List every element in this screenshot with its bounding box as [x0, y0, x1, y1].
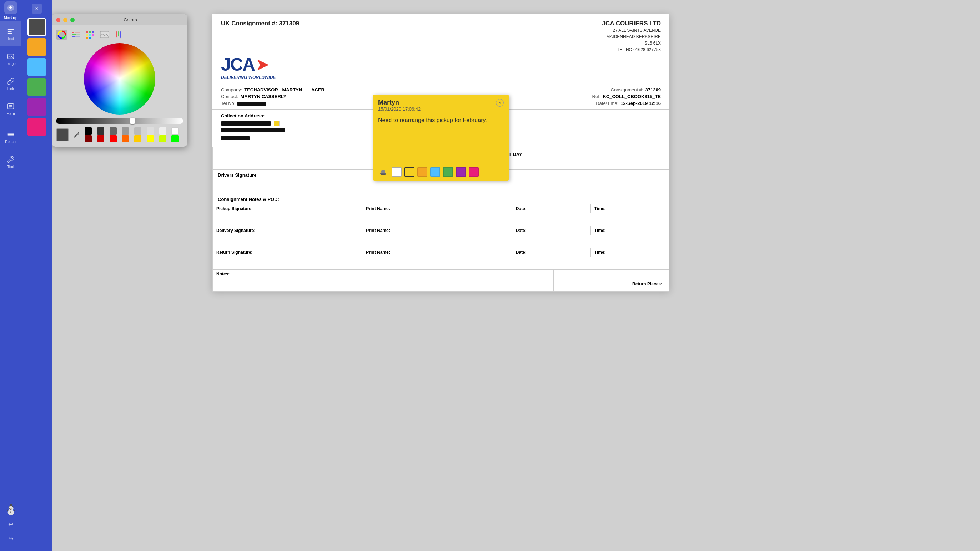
- consignment-label: Consignment #:: [611, 87, 643, 92]
- sticky-content[interactable]: Need to rearrange this pickup for Februa…: [378, 116, 504, 159]
- hex-cell[interactable]: [110, 135, 117, 142]
- tab-palettes[interactable]: [84, 30, 96, 40]
- swatch-pink[interactable]: [27, 118, 46, 136]
- swatch-light-blue[interactable]: [27, 58, 46, 76]
- company-name: JCA COURIERS LTD: [602, 20, 661, 27]
- return-sig-label: Return Signature:: [213, 248, 363, 257]
- maximize-dot[interactable]: [70, 18, 75, 22]
- swatch-purple[interactable]: [27, 98, 46, 116]
- brightness-thumb[interactable]: [130, 118, 135, 124]
- sticky-color-green[interactable]: [443, 167, 453, 177]
- tool-text-label: Text: [8, 37, 14, 41]
- snowman-icon: ⛄: [5, 503, 17, 515]
- tab-image[interactable]: [99, 30, 110, 40]
- delivery-sig-content: [213, 235, 365, 248]
- hex-cell[interactable]: [147, 135, 154, 142]
- hex-cell[interactable]: [97, 127, 104, 135]
- sticky-color-orange[interactable]: [417, 167, 427, 177]
- sticky-author: Martyn: [378, 99, 420, 106]
- return-date-content: [517, 257, 593, 270]
- consignment-val: 371309: [646, 87, 661, 92]
- hex-cell[interactable]: [122, 127, 129, 135]
- sticky-note-header: Martyn 15/01/2020 17:06:42 ×: [373, 95, 509, 113]
- delivery-print-content: [365, 235, 517, 248]
- hex-cell[interactable]: [84, 127, 92, 135]
- hex-cell[interactable]: [134, 135, 142, 142]
- tool-image[interactable]: Image: [0, 46, 21, 71]
- svg-rect-18: [86, 34, 88, 36]
- datetime-val: 12-Sep-2019 12:16: [620, 101, 661, 106]
- redo-button[interactable]: ↪: [5, 533, 16, 544]
- tab-sliders[interactable]: [70, 30, 82, 40]
- main-content-area: Colors: [52, 0, 980, 551]
- tool-form[interactable]: Form: [0, 96, 21, 121]
- colors-panel-body: [52, 25, 188, 147]
- svg-rect-27: [116, 37, 117, 38]
- hex-cell[interactable]: [171, 127, 178, 135]
- tool-link[interactable]: Link: [0, 71, 21, 96]
- tel-redacted: [237, 102, 266, 106]
- sticky-close-button[interactable]: ×: [496, 99, 504, 107]
- close-dot[interactable]: [56, 18, 60, 22]
- tool-tool[interactable]: Tool: [0, 149, 21, 175]
- stamp-button[interactable]: [377, 166, 389, 178]
- sticky-color-blue[interactable]: [430, 167, 440, 177]
- pickup-sig-content: [213, 213, 365, 226]
- hex-cell[interactable]: [84, 135, 92, 142]
- sticky-color-pink[interactable]: [469, 167, 479, 177]
- colors-panel: Colors: [52, 14, 188, 147]
- tab-color-wheel[interactable]: [56, 30, 67, 40]
- svg-rect-32: [381, 170, 385, 173]
- color-wheel[interactable]: [84, 43, 155, 114]
- close-panel-button[interactable]: ×: [32, 3, 42, 14]
- hex-cell[interactable]: [147, 127, 154, 135]
- tool-text[interactable]: Text: [0, 21, 21, 46]
- svg-rect-21: [86, 37, 88, 39]
- swatch-dark-gray[interactable]: [27, 18, 46, 37]
- tool-image-label: Image: [6, 62, 16, 66]
- return-sig-content-row: [213, 257, 669, 270]
- color-wheel-container[interactable]: [56, 43, 183, 114]
- undo-button[interactable]: ↩: [5, 519, 16, 530]
- crosshair-indicator: [117, 76, 123, 82]
- hex-cell[interactable]: [134, 127, 142, 135]
- colors-panel-titlebar: Colors: [52, 14, 188, 25]
- tab-pencils[interactable]: [113, 30, 125, 40]
- ref-val: KC_COLL_CBOOK315_TE: [603, 94, 661, 99]
- company-val1: TECHADVISOR - MARTYN: [244, 87, 302, 92]
- contact-val: MARTYN CASSERLY: [240, 94, 286, 99]
- colors-panel-title: Colors: [78, 17, 183, 22]
- minimize-dot[interactable]: [63, 18, 67, 22]
- hex-cell[interactable]: [122, 135, 129, 142]
- notes-grid: Pickup Signature: Print Name: Date: Time…: [212, 205, 670, 292]
- hex-cell[interactable]: [159, 127, 166, 135]
- delivery-sig-label: Delivery Signature:: [213, 226, 363, 235]
- svg-rect-33: [380, 174, 386, 175]
- brightness-slider[interactable]: [56, 118, 183, 124]
- hex-cell[interactable]: [159, 135, 166, 142]
- sticky-color-yellow[interactable]: [404, 167, 415, 177]
- swatch-green[interactable]: [27, 78, 46, 96]
- company-tel: TEL NO:01628 627758: [602, 46, 661, 53]
- sticky-color-purple[interactable]: [456, 167, 466, 177]
- contact-label: Contact:: [221, 94, 238, 99]
- hex-cell[interactable]: [171, 135, 178, 142]
- notes-header-text: Consignment Notes & POD:: [218, 197, 279, 202]
- company-address1: 27 ALL SAINTS AVENUE: [602, 27, 661, 33]
- svg-rect-10: [73, 34, 76, 35]
- return-pieces-button[interactable]: Return Pieces:: [628, 279, 667, 289]
- sticky-color-white[interactable]: [391, 167, 402, 177]
- tool-redact[interactable]: Redact: [0, 125, 21, 149]
- swatch-orange[interactable]: [27, 38, 46, 56]
- hex-cell[interactable]: [97, 135, 104, 142]
- hex-cell[interactable]: [110, 127, 117, 135]
- return-time-content: [593, 257, 670, 270]
- eyedropper-button[interactable]: [72, 130, 82, 140]
- delivery-time-content: [593, 235, 670, 248]
- pickup-print-label: Print Name:: [363, 205, 512, 213]
- pickup-date-label: Date:: [512, 205, 591, 213]
- svg-rect-17: [92, 31, 94, 33]
- doc-header: UK Consignment #: 371309 JCA COURIERS LT…: [212, 14, 670, 84]
- svg-rect-11: [73, 36, 75, 38]
- pickup-time-content: [593, 213, 670, 226]
